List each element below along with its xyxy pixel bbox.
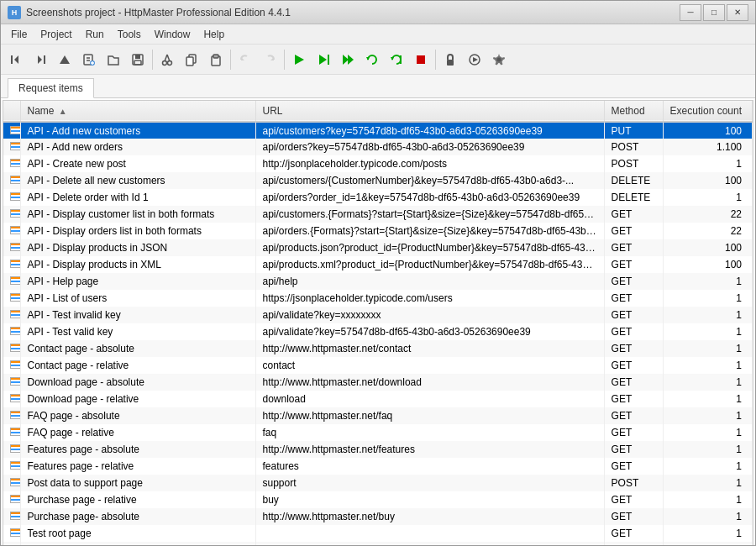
table-row[interactable]: Features page - relativefeaturesGET1 [3, 458, 753, 475]
table-row[interactable]: Features page - absolutehttp://www.httpm… [3, 441, 753, 458]
toolbar-open[interactable] [102, 48, 125, 71]
toolbar-run-selected[interactable] [312, 48, 335, 71]
table-row[interactable]: API - Add new customersapi/customers?key… [3, 122, 753, 139]
row-method: GET [604, 223, 663, 239]
table-row[interactable]: Download page - relativedownloadGET1 [3, 391, 753, 407]
table-row[interactable]: API - Display orders list in both format… [3, 223, 753, 239]
table-row[interactable]: FAQ page - relativefaqGET1 [3, 424, 753, 441]
menu-tools[interactable]: Tools [111, 26, 148, 43]
close-button[interactable]: ✕ [727, 4, 748, 21]
sort-indicator: ▲ [59, 107, 67, 116]
toolbar-play-debug[interactable] [463, 48, 486, 71]
toolbar-lock[interactable] [438, 48, 462, 71]
request-type-icon [10, 428, 20, 436]
toolbar-run-all[interactable] [287, 48, 311, 71]
toolbar-forward[interactable] [29, 48, 52, 71]
row-url: api/products.json?product_id={ProductNum… [255, 239, 604, 256]
row-name: API - Test valid key [20, 323, 255, 340]
row-execution-count: 1 [663, 525, 752, 542]
toolbar-stop[interactable] [409, 48, 433, 71]
table-row[interactable]: Contact page - relativecontactGET1 [3, 357, 753, 374]
row-icon-cell [3, 357, 20, 374]
header-icon[interactable] [3, 101, 20, 122]
row-url: api/orders?order_id=1&key=57547d8b-df65-… [255, 189, 604, 206]
row-name: API - Create new post [20, 155, 255, 172]
table-row[interactable]: Purchase page - relativebuyGET1 [3, 491, 753, 508]
request-type-icon [10, 327, 20, 335]
toolbar-back[interactable] [4, 48, 28, 71]
header-execution-count[interactable]: Execution count [663, 101, 752, 122]
toolbar-save[interactable] [126, 48, 150, 71]
row-url: api/orders?key=57547d8b-df65-43b0-a6d3-0… [255, 139, 604, 155]
toolbar-replay2[interactable] [385, 48, 408, 71]
table-row[interactable]: API - Create new posthttp://jsonplacehol… [3, 155, 753, 172]
table-row[interactable]: API - Display products in XMLapi/product… [3, 256, 753, 273]
table-row[interactable]: Contact page - absolutehttp://www.httpma… [3, 340, 753, 357]
table-row[interactable]: Test root pageGET1 [3, 525, 753, 542]
table-row[interactable]: FAQ page - absolutehttp://www.httpmaster… [3, 407, 753, 424]
toolbar-run-fast[interactable] [336, 48, 360, 71]
toolbar-settings[interactable] [487, 48, 511, 71]
table-row[interactable]: Purchase page- absolutehttp://www.httpma… [3, 508, 753, 525]
request-items-table[interactable]: Name ▲ URL Method Execution count API - … [3, 100, 753, 546]
menu-help[interactable]: Help [197, 26, 231, 43]
table-row[interactable]: API - Help pageapi/helpGET1 [3, 273, 753, 290]
row-name: Features page - absolute [20, 441, 255, 458]
menu-project[interactable]: Project [34, 26, 78, 43]
main-area: Name ▲ URL Method Execution count API - … [1, 98, 755, 546]
row-name: FAQ page - relative [20, 424, 255, 441]
row-name: API - Display orders list in both format… [20, 223, 255, 239]
maximize-button[interactable]: □ [703, 4, 725, 21]
table-row[interactable]: API - Delete all new customersapi/custom… [3, 172, 753, 189]
table-row[interactable]: API - Display customer list in both form… [3, 206, 753, 223]
table-row[interactable]: API - Display products in JSONapi/produc… [3, 239, 753, 256]
header-name[interactable]: Name ▲ [20, 101, 255, 122]
row-url: api/orders.{Formats}?start={Start}&size=… [255, 223, 604, 239]
separator-4 [435, 50, 436, 70]
row-name: API - Add new customers [20, 122, 255, 139]
table-row[interactable]: API - Test invalid keyapi/validate?key=x… [3, 307, 753, 323]
row-method: GET [604, 357, 663, 374]
request-type-icon [10, 209, 20, 218]
toolbar-new[interactable] [77, 48, 101, 71]
table-row[interactable]: API - Test valid keyapi/validate?key=575… [3, 323, 753, 340]
toolbar-replay[interactable] [360, 48, 384, 71]
row-execution-count: 100 [663, 256, 752, 273]
row-method: GET [604, 206, 663, 223]
row-execution-count: 22 [663, 206, 752, 223]
table-row[interactable]: API - List of usershttps://jsonplacehold… [3, 290, 753, 307]
svg-rect-32 [417, 55, 425, 64]
row-icon-cell [3, 172, 20, 189]
toolbar-up[interactable] [53, 48, 76, 71]
menu-window[interactable]: Window [148, 26, 197, 43]
row-icon-cell [3, 139, 20, 155]
row-url: buy [255, 491, 604, 508]
row-method: GET [604, 424, 663, 441]
toolbar-paste[interactable] [204, 48, 228, 71]
row-method: POST [604, 155, 663, 172]
table-row[interactable]: API - Delete order with Id 1api/orders?o… [3, 189, 753, 206]
tab-request-items[interactable]: Request items [8, 78, 94, 98]
svg-marker-4 [60, 55, 70, 64]
toolbar-cut[interactable] [155, 48, 179, 71]
header-method[interactable]: Method [604, 101, 663, 122]
row-execution-count: 1 [663, 458, 752, 475]
menu-file[interactable]: File [4, 26, 34, 43]
table-row[interactable]: Post data to support pagesupportPOST1 [3, 475, 753, 491]
table-row[interactable]: Test root page - headers onlyHEAD1 [3, 542, 753, 546]
row-icon-cell [3, 290, 20, 307]
minimize-button[interactable]: ─ [680, 4, 701, 21]
toolbar-undo[interactable] [234, 48, 257, 71]
request-type-icon [10, 159, 20, 167]
row-execution-count: 1 [663, 508, 752, 525]
menu-run[interactable]: Run [79, 26, 111, 43]
row-url: features [255, 458, 604, 475]
table-row[interactable]: API - Add new ordersapi/orders?key=57547… [3, 139, 753, 155]
table-row[interactable]: Download page - absolutehttp://www.httpm… [3, 374, 753, 391]
header-url[interactable]: URL [255, 101, 604, 122]
toolbar-copy[interactable] [180, 48, 203, 71]
row-method: GET [604, 290, 663, 307]
request-type-icon [10, 478, 20, 486]
toolbar-redo[interactable] [258, 48, 281, 71]
svg-point-15 [168, 60, 172, 65]
